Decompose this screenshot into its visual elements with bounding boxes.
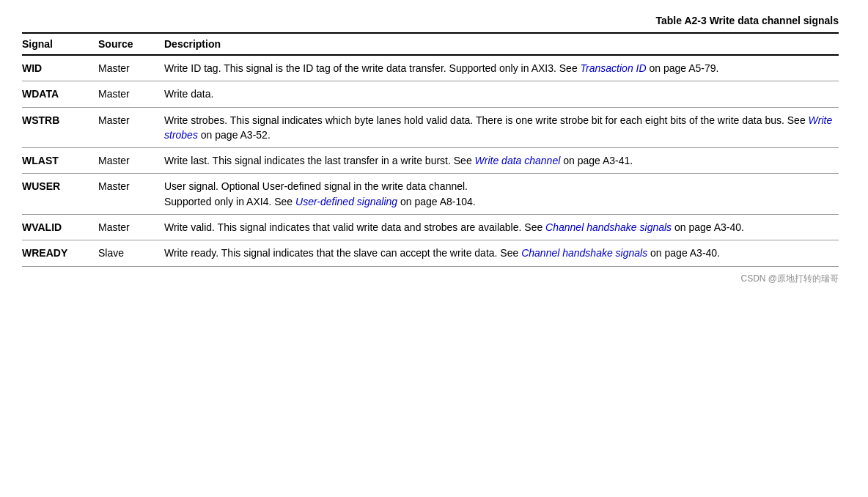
table-header-row: Signal Source Description [22, 33, 839, 55]
cell-signal: WLAST [22, 148, 95, 174]
table-row: WUSERMasterUser signal. Optional User-de… [22, 174, 839, 215]
cell-signal: WVALID [22, 215, 95, 240]
description-link[interactable]: Channel handshake signals [521, 247, 647, 259]
description-link[interactable]: Write data channel [475, 155, 561, 166]
cell-source: Master [95, 148, 161, 174]
cell-description: Write last. This signal indicates the la… [161, 148, 839, 174]
cell-signal: WDATA [22, 81, 95, 107]
cell-description: User signal. Optional User-defined signa… [161, 174, 839, 215]
description-link[interactable]: Write strobes [164, 114, 832, 141]
cell-description: Write ready. This signal indicates that … [161, 240, 839, 266]
cell-description: Write ID tag. This signal is the ID tag … [161, 55, 839, 81]
cell-signal: WID [22, 55, 95, 81]
table-body: WIDMasterWrite ID tag. This signal is th… [22, 55, 839, 266]
cell-source: Master [95, 215, 161, 240]
description-link[interactable]: Channel handshake signals [545, 221, 672, 233]
cell-description: Write data. [161, 81, 839, 107]
cell-source: Master [95, 55, 161, 81]
table-row: WSTRBMasterWrite strobes. This signal in… [22, 107, 839, 148]
table-row: WDATAMasterWrite data. [22, 81, 839, 107]
cell-description: Write valid. This signal indicates that … [161, 215, 839, 240]
cell-signal: WSTRB [22, 107, 95, 148]
cell-source: Slave [95, 240, 161, 266]
cell-source: Master [95, 174, 161, 215]
table-row: WLASTMasterWrite last. This signal indic… [22, 148, 839, 174]
table-row: WVALIDMasterWrite valid. This signal ind… [22, 215, 839, 240]
table-title: Table A2-3 Write data channel signals [22, 15, 839, 26]
cell-signal: WUSER [22, 174, 95, 215]
cell-source: Master [95, 81, 161, 107]
description-link[interactable]: User-defined signaling [295, 196, 397, 207]
table-row: WREADYSlaveWrite ready. This signal indi… [22, 240, 839, 266]
column-source: Source [95, 33, 161, 55]
table-row: WIDMasterWrite ID tag. This signal is th… [22, 55, 839, 81]
cell-description: Write strobes. This signal indicates whi… [161, 107, 839, 148]
signals-table: Signal Source Description WIDMasterWrite… [22, 32, 839, 267]
description-link[interactable]: Transaction ID [581, 62, 647, 74]
watermark: CSDN @原地打转的瑞哥 [22, 273, 839, 285]
cell-signal: WREADY [22, 240, 95, 266]
cell-source: Master [95, 107, 161, 148]
column-signal: Signal [22, 33, 95, 55]
column-description: Description [161, 33, 839, 55]
